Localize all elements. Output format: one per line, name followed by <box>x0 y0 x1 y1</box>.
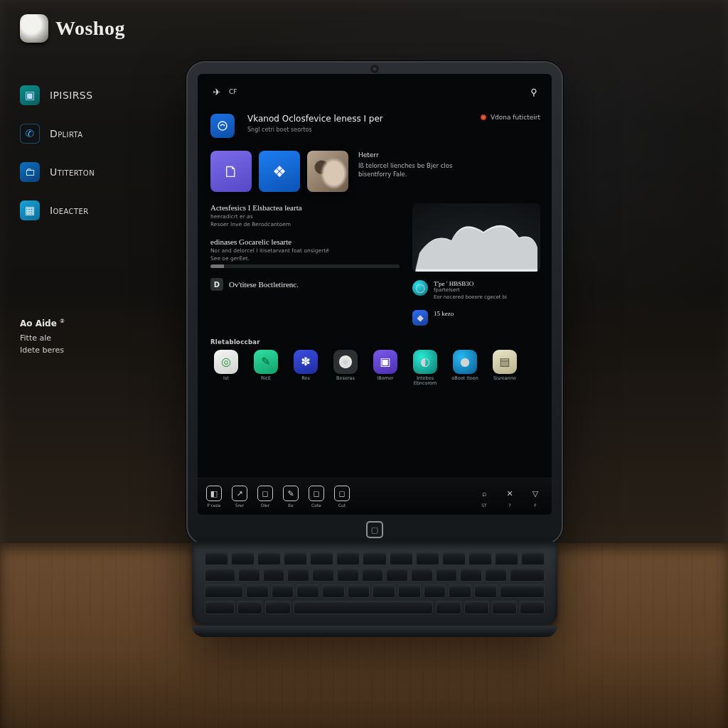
app-icon: ✽ <box>294 350 318 374</box>
task-icon: ◧ <box>206 486 222 501</box>
app-item[interactable]: ✎RicE <box>250 350 282 386</box>
taskbar: ◧F'ceze ↗Srer ◻Oler ✎Eo ◻Cote ◻Cut ⌕ST ✕… <box>198 478 552 515</box>
tile-blue[interactable]: ❖ <box>259 151 300 192</box>
sidebar-item-label: Ioeacter <box>50 205 89 216</box>
taskbar-item[interactable]: ◻Cote <box>309 486 324 508</box>
brand-name: Woshog <box>55 17 125 40</box>
right-panel-a[interactable]: ◯ T'pe ' HBSB3O fpartelsert Eor nocered … <box>412 280 540 301</box>
ring-icon: ◯ <box>412 280 428 296</box>
app-icon: ◎ <box>214 350 238 374</box>
folder-icon: 🗀 <box>20 162 40 182</box>
taskbar-item[interactable]: ⌕ST <box>476 486 492 508</box>
camera-icon <box>372 66 378 72</box>
grid-icon: ▦ <box>20 200 40 220</box>
sidebar-item-label: Utiterton <box>50 166 95 178</box>
app-icon: ▤ <box>493 350 517 374</box>
cube-icon: ◆ <box>412 310 428 326</box>
app-item[interactable]: ◉Beseras <box>330 350 361 386</box>
side-note: Ao Aide ② Fitte ale Idete beres <box>20 317 65 356</box>
svg-point-0 <box>218 122 227 130</box>
section-chip-icon[interactable]: D <box>210 278 223 291</box>
titlebar: ✈ CF ⚲ <box>210 85 540 98</box>
section-3: D Ov'titese Boctletirenc. <box>210 278 400 291</box>
close-icon: ✕ <box>502 486 518 501</box>
app-item[interactable]: ✽Res <box>290 350 321 386</box>
cloud-graphic <box>412 203 540 272</box>
task-icon: ◻ <box>309 486 324 501</box>
task-icon: ◻ <box>257 486 273 501</box>
right-panel-b[interactable]: ◆ 15 kezo <box>412 310 540 326</box>
app-item[interactable]: ◐Intebes Ebncorom <box>410 350 441 386</box>
task-icon: ✎ <box>283 486 299 501</box>
feature-subtitle: Sngl cetri boet seortos <box>247 127 383 133</box>
taskbar-item[interactable]: ↗Srer <box>232 486 247 508</box>
app-icon: ◐ <box>413 350 437 374</box>
app-icon: ▣ <box>373 350 397 374</box>
app-icon: ◉ <box>333 350 358 374</box>
sidebar-item-dplirta[interactable]: ✆ Dplirta <box>20 124 95 144</box>
settings-icon[interactable]: ⚲ <box>528 85 540 98</box>
phone-icon: ✆ <box>20 124 40 144</box>
screen: ✈ CF ⚲ Vkanod Oclosfevice leness I per S… <box>198 74 552 515</box>
taskbar-item[interactable]: ✕7 <box>502 486 518 508</box>
feature-icon[interactable] <box>210 114 235 138</box>
section-2: edinases Gocarelic lesarte Nor and delor… <box>210 237 400 268</box>
home-button[interactable]: ▢ <box>366 521 383 538</box>
tile-note: Heterr Iß telorcel lienches be Bjer clos… <box>358 151 465 179</box>
task-icon: ↗ <box>232 486 247 501</box>
section-1: Actesfesics I Elsbactea learta heeradicr… <box>210 203 400 228</box>
brand-logo-icon <box>20 14 48 43</box>
search-icon: ⌕ <box>476 486 492 501</box>
sidebar-item-ioeacter[interactable]: ▦ Ioeacter <box>20 200 95 220</box>
app-icon[interactable]: ✈ <box>210 85 223 98</box>
app-grid: Rletabloccbar ◎Ist ✎RicE ✽Res ◉Beseras ▣… <box>210 336 540 386</box>
feature-title: Vkanod Oclosfevice leness I per <box>247 114 383 124</box>
app-icon: ✎ <box>254 350 278 374</box>
app-item[interactable]: ◎Ist <box>210 350 242 386</box>
tile-photo[interactable] <box>307 151 348 192</box>
sidebar: ▣ IPISIRSS ✆ Dplirta 🗀 Utiterton ▦ Ioeac… <box>20 85 95 220</box>
taskbar-item[interactable]: ◻Oler <box>257 486 273 508</box>
sidebar-item-utiterton[interactable]: 🗀 Utiterton <box>20 162 95 182</box>
filter-icon: ▽ <box>528 486 543 501</box>
keyboard[interactable] <box>192 542 557 626</box>
app-icon: ● <box>453 350 477 374</box>
taskbar-item[interactable]: ◧F'ceze <box>206 486 222 508</box>
feature-side-note: Vdona futicteirt <box>481 114 540 121</box>
tile-purple[interactable]: 🗋 <box>210 151 252 192</box>
titlebar-label: CF <box>229 88 237 95</box>
alert-dot-icon <box>481 114 486 120</box>
taskbar-item[interactable]: ◻Cut <box>334 486 350 508</box>
taskbar-item[interactable]: ▽F <box>528 486 543 508</box>
taskbar-item[interactable]: ✎Eo <box>283 486 299 508</box>
app-item[interactable]: ▣IBomer <box>370 350 401 386</box>
sidebar-item-label: Dplirta <box>50 128 83 139</box>
tile-row: 🗋 ❖ <box>210 151 348 192</box>
task-icon: ◻ <box>334 486 350 501</box>
sidebar-item-ipisirss[interactable]: ▣ IPISIRSS <box>20 85 95 105</box>
sidebar-item-label: IPISIRSS <box>50 90 92 101</box>
brand: Woshog <box>20 14 125 43</box>
app-item[interactable]: ▤Sisreanne <box>489 350 520 386</box>
app-item[interactable]: ●oBoot Itoon <box>449 350 481 386</box>
progress-bar[interactable] <box>210 264 400 268</box>
tablet-device: ✈ CF ⚲ Vkanod Oclosfevice leness I per S… <box>186 61 563 644</box>
camera-icon: ▣ <box>20 85 40 105</box>
app-grid-heading: Rletabloccbar <box>210 338 540 346</box>
